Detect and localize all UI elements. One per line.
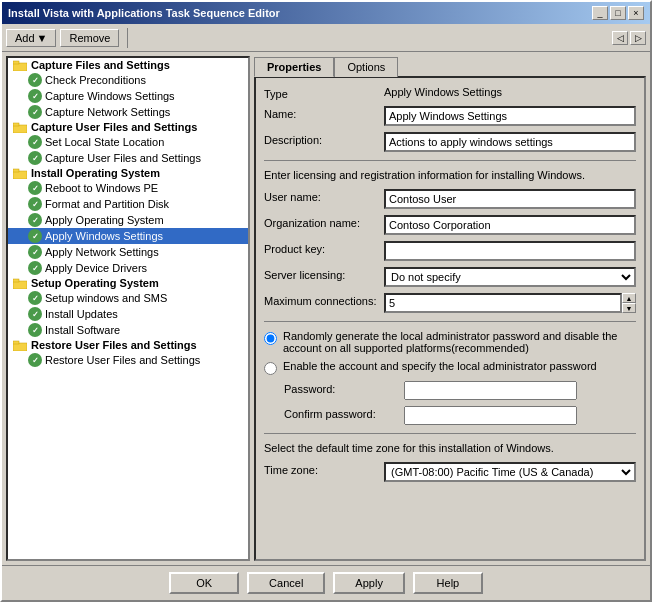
- password-row: Password:: [264, 381, 636, 400]
- maxconnections-row: Maximum connections: ▲ ▼: [264, 293, 636, 313]
- add-button[interactable]: Add ▼: [6, 29, 56, 47]
- folder-icon: [12, 167, 28, 179]
- tree-item-set-local[interactable]: ✓ Set Local State Location: [8, 134, 248, 150]
- capture-user-label: Capture User Files and Settings: [31, 121, 197, 133]
- confirmpassword-label: Confirm password:: [284, 406, 404, 420]
- timezone-select[interactable]: (GMT-08:00) Pacific Time (US & Canada) (…: [384, 462, 636, 482]
- tree-item-install-updates[interactable]: ✓ Install Updates: [8, 306, 248, 322]
- help-button[interactable]: Help: [413, 572, 483, 594]
- svg-rect-5: [13, 169, 19, 172]
- tree-item-format-disk[interactable]: ✓ Format and Partition Disk: [8, 196, 248, 212]
- tab-options[interactable]: Options: [334, 57, 398, 77]
- description-row: Description:: [264, 132, 636, 152]
- dropdown-arrow: ▼: [37, 32, 48, 44]
- tree-label: Reboot to Windows PE: [45, 182, 158, 194]
- window-title: Install Vista with Applications Task Seq…: [8, 7, 280, 19]
- tab-properties[interactable]: Properties: [254, 57, 334, 77]
- tree-item-apply-os[interactable]: ✓ Apply Operating System: [8, 212, 248, 228]
- tree-item-capture-windows[interactable]: ✓ Capture Windows Settings: [8, 88, 248, 104]
- toolbar-icon1[interactable]: ◁: [612, 31, 628, 45]
- add-label: Add: [15, 32, 35, 44]
- minimize-button[interactable]: _: [592, 6, 608, 20]
- tree-section-restore[interactable]: Restore User Files and Settings: [8, 338, 248, 352]
- serverlicensing-select[interactable]: Do not specify Per Seat Per Server: [384, 267, 636, 287]
- productkey-input[interactable]: [384, 241, 636, 261]
- description-input[interactable]: [384, 132, 636, 152]
- divider3: [264, 433, 636, 434]
- check-icon: ✓: [28, 181, 42, 195]
- confirmpassword-input[interactable]: [404, 406, 577, 425]
- tree-label: Install Software: [45, 324, 120, 336]
- tree-item-apply-device[interactable]: ✓ Apply Device Drivers: [8, 260, 248, 276]
- remove-button[interactable]: Remove: [60, 29, 119, 47]
- spinbox-container: ▲ ▼: [384, 293, 636, 313]
- radio2-input[interactable]: [264, 362, 277, 375]
- maximize-button[interactable]: □: [610, 6, 626, 20]
- check-icon: ✓: [28, 213, 42, 227]
- timezone-label: Time zone:: [264, 462, 384, 476]
- radio2-label: Enable the account and specify the local…: [283, 360, 597, 372]
- description-value: [384, 132, 636, 152]
- tree-item-capture-network[interactable]: ✓ Capture Network Settings: [8, 104, 248, 120]
- password-value: [404, 381, 636, 400]
- licensing-info: Enter licensing and registration informa…: [264, 169, 636, 181]
- orgname-input[interactable]: [384, 215, 636, 235]
- username-row: User name:: [264, 189, 636, 209]
- install-os-label: Install Operating System: [31, 167, 160, 179]
- check-icon: ✓: [28, 73, 42, 87]
- serverlicensing-label: Server licensing:: [264, 267, 384, 281]
- tree-item-setup-sms[interactable]: ✓ Setup windows and SMS: [8, 290, 248, 306]
- type-label: Type: [264, 86, 384, 100]
- type-value: Apply Windows Settings: [384, 86, 636, 98]
- divider2: [264, 321, 636, 322]
- tree-label: Restore User Files and Settings: [45, 354, 200, 366]
- tree-item-check-preconditions[interactable]: ✓ Check Preconditions: [8, 72, 248, 88]
- ok-button[interactable]: OK: [169, 572, 239, 594]
- restore-label: Restore User Files and Settings: [31, 339, 197, 351]
- check-icon: ✓: [28, 89, 42, 103]
- check-icon: ✓: [28, 353, 42, 367]
- spinbox-up[interactable]: ▲: [622, 293, 636, 303]
- tree-item-restore-files[interactable]: ✓ Restore User Files and Settings: [8, 352, 248, 368]
- tree-item-capture-user-files[interactable]: ✓ Capture User Files and Settings: [8, 150, 248, 166]
- check-icon: ✓: [28, 105, 42, 119]
- title-bar: Install Vista with Applications Task Seq…: [2, 2, 650, 24]
- close-button[interactable]: ×: [628, 6, 644, 20]
- divider1: [264, 160, 636, 161]
- check-icon: ✓: [28, 229, 42, 243]
- timezone-row: Time zone: (GMT-08:00) Pacific Time (US …: [264, 462, 636, 482]
- tree-item-install-software[interactable]: ✓ Install Software: [8, 322, 248, 338]
- capture-section-label: Capture Files and Settings: [31, 59, 170, 71]
- timezone-value: (GMT-08:00) Pacific Time (US & Canada) (…: [384, 462, 636, 482]
- check-icon: ✓: [28, 261, 42, 275]
- toolbar-icon2[interactable]: ▷: [630, 31, 646, 45]
- name-input[interactable]: [384, 106, 636, 126]
- username-value: [384, 189, 636, 209]
- tree-label: Setup windows and SMS: [45, 292, 167, 304]
- check-icon: ✓: [28, 197, 42, 211]
- right-panel: Properties Options Type Apply Windows Se…: [254, 56, 646, 561]
- spinbox-down[interactable]: ▼: [622, 303, 636, 313]
- confirmpassword-value: [404, 406, 636, 425]
- tree-label: Apply Operating System: [45, 214, 164, 226]
- folder-icon: [12, 277, 28, 289]
- tree-item-reboot-pe[interactable]: ✓ Reboot to Windows PE: [8, 180, 248, 196]
- apply-button[interactable]: Apply: [333, 572, 405, 594]
- svg-rect-1: [13, 61, 19, 64]
- tree-label: Capture User Files and Settings: [45, 152, 201, 164]
- tree-section-capture-user[interactable]: Capture User Files and Settings: [8, 120, 248, 134]
- password-input[interactable]: [404, 381, 577, 400]
- toolbar-separator: [127, 28, 128, 48]
- tree-section-capture[interactable]: Capture Files and Settings: [8, 58, 248, 72]
- radio1-input[interactable]: [264, 332, 277, 345]
- tree-section-install-os[interactable]: Install Operating System: [8, 166, 248, 180]
- maxconnections-input[interactable]: [384, 293, 622, 313]
- tree-item-apply-network[interactable]: ✓ Apply Network Settings: [8, 244, 248, 260]
- check-icon: ✓: [28, 307, 42, 321]
- tree-panel: Capture Files and Settings ✓ Check Preco…: [6, 56, 250, 561]
- tree-item-apply-windows[interactable]: ✓ Apply Windows Settings: [8, 228, 248, 244]
- cancel-button[interactable]: Cancel: [247, 572, 325, 594]
- username-input[interactable]: [384, 189, 636, 209]
- main-content: Capture Files and Settings ✓ Check Preco…: [2, 52, 650, 565]
- tree-section-setup-os[interactable]: Setup Operating System: [8, 276, 248, 290]
